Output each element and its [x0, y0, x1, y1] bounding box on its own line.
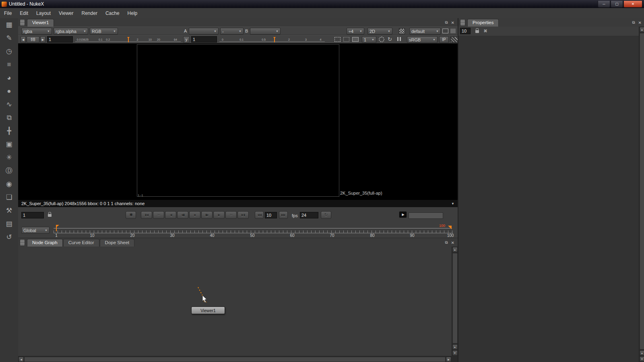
minimize-button[interactable]: ─: [598, 1, 610, 8]
toolbar-item-transform[interactable]: ╋: [0, 124, 18, 138]
toolbar-item-draw[interactable]: ✎: [0, 31, 18, 45]
chevron-down-icon[interactable]: ▼: [451, 202, 454, 206]
gain-marker[interactable]: [128, 38, 129, 42]
crop-to-format-icon[interactable]: [442, 29, 448, 33]
pause-icon[interactable]: [397, 37, 401, 41]
lock-icon[interactable]: [48, 214, 52, 217]
gain-slider[interactable]: 0.015625 0.1 0.2 2 10 20 64: [75, 36, 181, 43]
stop-button[interactable]: ■: [189, 211, 200, 219]
toolbar-item-toolsets[interactable]: ⚒: [0, 204, 18, 217]
display-channels-dropdown[interactable]: RGB▼: [90, 28, 118, 35]
gear-icon[interactable]: [379, 37, 384, 42]
float-panel-icon[interactable]: ⧉: [445, 240, 448, 245]
toolbar-item-views[interactable]: ◉: [0, 177, 18, 191]
gain-input[interactable]: [47, 36, 73, 43]
lock-icon[interactable]: [475, 30, 479, 33]
scrollbar-thumb[interactable]: [24, 357, 446, 362]
fstop-button[interactable]: f/8: [27, 36, 39, 43]
menu-file[interactable]: File: [0, 8, 16, 18]
toolbar-item-color[interactable]: ◕: [0, 71, 18, 84]
scrollbar-thumb[interactable]: [452, 253, 458, 343]
play-button[interactable]: ▶: [213, 211, 225, 219]
checkerboard-icon[interactable]: [399, 28, 405, 34]
refresh-icon[interactable]: ↻: [388, 36, 392, 42]
render-flipbook-button[interactable]: ▶: [399, 211, 407, 218]
toolbar-item-particles[interactable]: ✳: [0, 151, 18, 164]
node-graph-canvas[interactable]: Viewer1: [18, 247, 452, 356]
toolbar-item-filter[interactable]: ●: [0, 84, 18, 98]
scroll-down-icon[interactable]: ▼: [640, 356, 644, 362]
toolbar-item-metadata[interactable]: ❏: [0, 191, 18, 204]
node-graph-vertical-scrollbar[interactable]: ▲ ▲ ▼: [452, 247, 458, 356]
scrollbar-thumb[interactable]: [640, 33, 644, 350]
flipbook-button[interactable]: ✱: [126, 211, 136, 219]
viewer-process-dropdown[interactable]: default▼: [409, 28, 441, 35]
frame-range-dropdown[interactable]: Global▼: [21, 227, 50, 234]
scanline-icon[interactable]: [450, 29, 456, 33]
proxy-dropdown[interactable]: 1▼: [362, 36, 376, 43]
close-panel-icon[interactable]: ✕: [451, 21, 454, 25]
gamma-input[interactable]: [191, 36, 217, 43]
gamma-button[interactable]: y: [183, 36, 190, 43]
properties-vertical-scrollbar[interactable]: ▲ ▲ ▼: [639, 27, 644, 362]
toolbar-item-deep[interactable]: Ⓓ: [0, 164, 18, 177]
float-panel-icon[interactable]: ⧉: [632, 20, 635, 25]
toolbar-item-channel[interactable]: ≡: [0, 58, 18, 71]
step-back-button[interactable]: ◀▮: [177, 211, 188, 219]
menu-cache[interactable]: Cache: [101, 8, 124, 18]
loop-button[interactable]: ↻: [321, 211, 331, 219]
toolbar-item-time[interactable]: ◷: [0, 45, 18, 58]
scroll-right-icon[interactable]: ▶: [446, 357, 451, 362]
play-backward-section-button[interactable]: ✄: [153, 211, 164, 219]
scroll-left-icon[interactable]: ◀: [19, 357, 24, 362]
monitor-output-icon[interactable]: [352, 37, 359, 42]
play-backward-button[interactable]: ◀: [165, 211, 176, 219]
toolbar-item-image[interactable]: ▦: [0, 18, 18, 31]
panel-grip-icon[interactable]: [460, 19, 465, 26]
tab-viewer1[interactable]: Viewer1: [27, 19, 54, 27]
scroll-up-icon[interactable]: ▲: [452, 247, 458, 252]
close-button[interactable]: ✕: [623, 1, 642, 8]
panel-grip-icon[interactable]: [20, 239, 25, 246]
wipe-mode-dropdown[interactable]: -▼: [220, 28, 244, 35]
toolbar-item-keyer[interactable]: ∿: [0, 98, 18, 111]
toolbar-item-merge[interactable]: ⧉: [0, 111, 18, 124]
zoom-dropdown[interactable]: ÷4▼: [347, 28, 364, 35]
scroll-up-icon[interactable]: ▲: [452, 344, 458, 350]
view-dimension-dropdown[interactable]: 2D▼: [367, 28, 392, 35]
menu-edit[interactable]: Edit: [16, 8, 32, 18]
node-graph-horizontal-scrollbar[interactable]: ◀ ▶: [18, 356, 452, 362]
scroll-up-icon[interactable]: ▲: [640, 350, 644, 356]
close-panel-icon[interactable]: ✕: [638, 21, 642, 25]
goto-end-button[interactable]: ▶▮: [237, 211, 249, 219]
max-panels-input[interactable]: [460, 28, 471, 34]
menu-help[interactable]: Help: [124, 8, 142, 18]
scroll-down-icon[interactable]: ▼: [452, 350, 458, 356]
timeline-track[interactable]: 100 1 10 20 30 40 50 60 70 80 90 100: [54, 224, 456, 238]
tab-node-graph[interactable]: Node Graph: [27, 239, 63, 247]
gamma-marker[interactable]: [274, 38, 275, 42]
fps-input[interactable]: [300, 212, 318, 218]
skip-back-button[interactable]: ◀◀: [255, 211, 264, 219]
panel-grip-icon[interactable]: [20, 19, 25, 26]
menu-viewer[interactable]: Viewer: [55, 8, 77, 18]
gamma-slider[interactable]: 0 0.1 0.5 2 3 4: [219, 36, 325, 43]
skip-forward-button[interactable]: ▶▶: [279, 211, 288, 219]
maximize-button[interactable]: ▢: [611, 1, 623, 8]
b-buffer-dropdown[interactable]: ▼: [250, 28, 281, 35]
toolbar-item-history[interactable]: ↺: [0, 230, 18, 244]
menu-layout[interactable]: Layout: [32, 8, 55, 18]
tab-properties[interactable]: Properties: [467, 19, 499, 27]
input-process-button[interactable]: IP: [439, 36, 449, 43]
channels-dropdown[interactable]: rgba▼: [21, 28, 52, 35]
scroll-up-icon[interactable]: ▲: [640, 27, 644, 32]
tab-curve-editor[interactable]: Curve Editor: [63, 239, 99, 247]
menu-render[interactable]: Render: [78, 8, 101, 18]
float-panel-icon[interactable]: ⧉: [445, 20, 448, 25]
region-icon[interactable]: [343, 37, 349, 42]
viewer-canvas[interactable]: 2K_Super_35(full-ap) 1,-1: [18, 43, 458, 200]
current-frame-input[interactable]: [21, 212, 44, 218]
toolbar-item-other[interactable]: ▤: [0, 217, 18, 230]
viewer-node[interactable]: Viewer1: [191, 306, 225, 314]
frame-increment-input[interactable]: [265, 212, 277, 218]
